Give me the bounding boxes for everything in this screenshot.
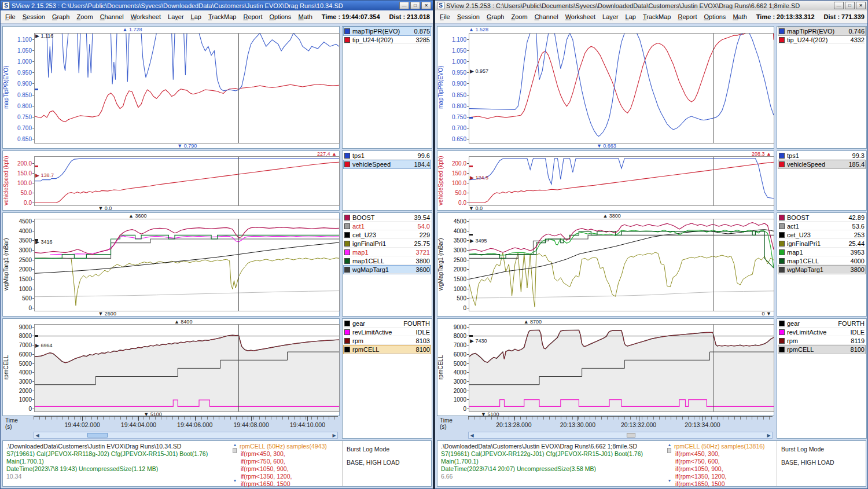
legend-row-revLimitActive[interactable]: revLimitActiveIDLE	[344, 328, 431, 336]
legend-row-map1CELL[interactable]: map1CELL4000	[778, 257, 865, 265]
legend-row-rpm[interactable]: rpm8103	[344, 337, 431, 345]
menu-session[interactable]: Session	[454, 12, 483, 21]
menu-lap[interactable]: Lap	[622, 12, 639, 21]
legend-row-map1CELL[interactable]: map1CELL3800	[344, 257, 431, 265]
legend-row-wgMapTarg1[interactable]: wgMapTarg13800	[778, 266, 865, 274]
time-cursor[interactable]	[238, 325, 239, 411]
menu-worksheet[interactable]: Worksheet	[127, 12, 164, 21]
menu-layer[interactable]: Layer	[599, 12, 622, 21]
menu-graph[interactable]: Graph	[483, 12, 508, 21]
menu-file[interactable]: File	[2, 12, 19, 21]
menu-channel[interactable]: Channel	[97, 12, 127, 21]
time-cursor[interactable]	[713, 219, 713, 311]
menu-zoom[interactable]: Zoom	[73, 12, 96, 21]
menu-options[interactable]: Options	[700, 12, 729, 21]
plot-area-3[interactable]	[34, 324, 340, 412]
legend-row-wgMapTarg1[interactable]: wgMapTarg13600	[344, 266, 431, 274]
legend-row-tps1[interactable]: tps199.6	[344, 152, 431, 160]
h-scrollbar[interactable]: ◀▶	[34, 432, 338, 439]
time-cursor[interactable]	[713, 325, 713, 411]
plot-area-2[interactable]	[469, 219, 774, 311]
title-bar: SSView 2.15.253 : C:\Users\Public\Docume…	[435, 1, 867, 10]
plot-area-1[interactable]	[34, 156, 340, 206]
legend-row-BOOST[interactable]: BOOST39.54	[344, 214, 431, 222]
menu-layer[interactable]: Layer	[164, 12, 187, 21]
menu-math[interactable]: Math	[295, 12, 315, 21]
close-button[interactable]: ✕	[856, 2, 866, 9]
channel-color-swatch	[344, 249, 350, 255]
legend-row-tip_U24-f(202)[interactable]: tip_U24-f(202)4332	[778, 36, 865, 44]
h-scrollbar[interactable]: ◀▶	[468, 432, 773, 439]
time-cursor[interactable]	[238, 219, 239, 311]
y-tick-label: 8000	[442, 333, 466, 339]
legend-row-tip_U24-f(202)[interactable]: tip_U24-f(202)3285	[344, 36, 431, 44]
time-tick-label: 19:44:04.000	[121, 421, 156, 428]
minimize-button[interactable]: —	[834, 2, 844, 9]
annotation-left: ▶ 3495	[470, 238, 487, 244]
menu-trackmap[interactable]: TrackMap	[639, 12, 675, 21]
close-button[interactable]: ✕	[421, 2, 431, 9]
legend-row-act1[interactable]: act153.6	[778, 222, 865, 230]
chart-panel-0: mapTipPR(EVO)1.1001.0501.0000.9500.9000.…	[2, 26, 340, 149]
scrollbar-thumb[interactable]	[87, 433, 108, 437]
legend-row-tps1[interactable]: tps199.3	[778, 152, 865, 160]
maximize-button[interactable]: □	[845, 2, 855, 9]
menu-file[interactable]: File	[436, 12, 454, 21]
menu-math[interactable]: Math	[729, 12, 750, 21]
menu-lap[interactable]: Lap	[187, 12, 205, 21]
plot-area-0[interactable]	[34, 33, 340, 144]
legend-row-rpm[interactable]: rpm8119	[778, 337, 865, 345]
annotation-top: ▲ 8400	[174, 319, 192, 325]
legend-row-rpmCELL[interactable]: rpmCELL8100	[344, 345, 431, 354]
scroll-left-arrow[interactable]: ◀	[469, 432, 475, 438]
legend-row-mapTipPR(EVO)[interactable]: mapTipPR(EVO)0.875	[344, 27, 431, 35]
legend-row-cet_U23[interactable]: cet_U23253	[778, 231, 865, 239]
time-cursor[interactable]	[238, 34, 239, 143]
legend-row-map1[interactable]: map13953	[778, 248, 865, 256]
legend-row-rpmCELL[interactable]: rpmCELL8100	[778, 345, 865, 354]
plot-area-2[interactable]	[34, 219, 340, 311]
menu-zoom[interactable]: Zoom	[507, 12, 531, 21]
legend-row-mapTipPR(EVO)[interactable]: mapTipPR(EVO)0.746	[778, 27, 865, 35]
legend-panel-3: gearFOURTHrevLimitActiveIDLErpm8119rpmCE…	[777, 318, 867, 439]
plot-area-1[interactable]	[469, 156, 774, 206]
formula-line: if(rpm<1650, 1500	[675, 480, 725, 488]
legend-row-cet_U23[interactable]: cet_U23229	[344, 231, 431, 239]
plot-area-0[interactable]	[469, 33, 774, 144]
menu-options[interactable]: Options	[266, 12, 295, 21]
menu-channel[interactable]: Channel	[531, 12, 562, 21]
legend-row-revLimitActive[interactable]: revLimitActiveIDLE	[778, 328, 865, 336]
scroll-right-arrow[interactable]: ▶	[766, 432, 772, 438]
channel-value: 253	[854, 231, 865, 238]
legend-row-gear[interactable]: gearFOURTH	[778, 319, 865, 328]
legend-row-BOOST[interactable]: BOOST42.89	[778, 214, 865, 222]
plot-area-3[interactable]	[469, 324, 774, 412]
legend-row-ignFinalPri1[interactable]: ignFinalPri125.44	[778, 240, 865, 248]
legend-row-vehicleSpeed[interactable]: vehicleSpeed184.4	[344, 160, 431, 168]
time-cursor[interactable]	[238, 157, 239, 205]
legend-row-ignFinalPri1[interactable]: ignFinalPri125.75	[344, 240, 431, 248]
menu-report[interactable]: Report	[674, 12, 700, 21]
menu-report[interactable]: Report	[240, 12, 266, 21]
time-cursor[interactable]	[713, 157, 713, 205]
channel-value: 8100	[416, 346, 430, 353]
menu-worksheet[interactable]: Worksheet	[562, 12, 599, 21]
legend-row-gear[interactable]: gearFOURTH	[344, 319, 431, 328]
menu-session[interactable]: Session	[19, 12, 49, 21]
minimize-button[interactable]: —	[399, 2, 409, 9]
menu-graph[interactable]: Graph	[49, 12, 73, 21]
time-cursor[interactable]	[713, 34, 713, 143]
scroll-left-arrow[interactable]: ◀	[34, 432, 41, 438]
formula-scrollbar[interactable]: ▲▼	[232, 443, 238, 447]
y-tick-label: 0.750	[8, 113, 32, 120]
scroll-right-arrow[interactable]: ▶	[331, 432, 337, 438]
menu-trackmap[interactable]: TrackMap	[205, 12, 240, 21]
maximize-button[interactable]: □	[410, 2, 420, 9]
chart-panel-2: wgMapTarg1 (mBar)45004000350030002500200…	[437, 212, 774, 317]
scrollbar-thumb[interactable]	[627, 433, 635, 437]
legend-row-vehicleSpeed[interactable]: vehicleSpeed185.4	[778, 160, 865, 168]
y-tick-label: 150.0	[8, 170, 32, 176]
formula-scrollbar[interactable]: ▲▼	[667, 443, 672, 447]
legend-row-map1[interactable]: map13721	[344, 248, 431, 256]
legend-row-act1[interactable]: act154.0	[344, 222, 431, 230]
